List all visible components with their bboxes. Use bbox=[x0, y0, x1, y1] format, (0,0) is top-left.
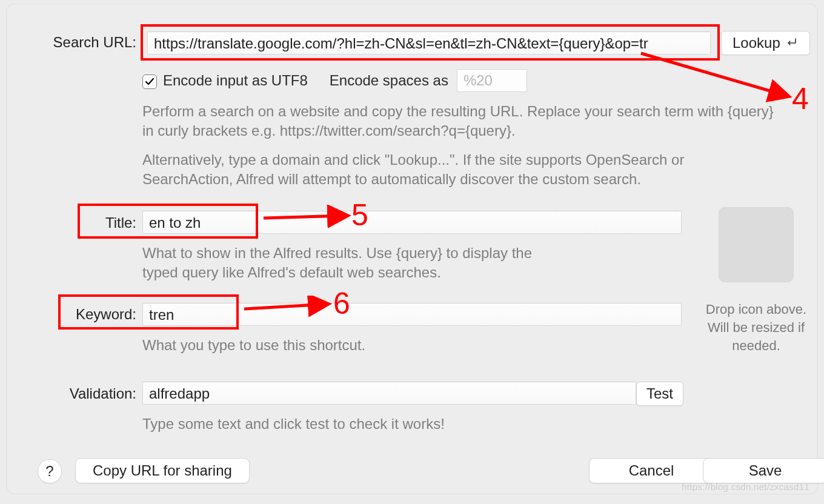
validation-input[interactable]: alfredapp bbox=[142, 382, 636, 405]
return-icon bbox=[784, 37, 799, 49]
watermark: https://blog.csdn.net/zxcasd11 bbox=[682, 482, 809, 492]
validation-label: Validation: bbox=[6, 385, 136, 402]
save-button[interactable]: Save bbox=[703, 458, 824, 483]
lookup-button-label: Lookup bbox=[733, 35, 780, 51]
copy-url-button[interactable]: Copy URL for sharing bbox=[75, 458, 250, 483]
search-url-help-1: Perform a search on a website and copy t… bbox=[142, 102, 779, 141]
annotation-arrow-4 bbox=[635, 47, 799, 108]
keyword-input[interactable]: tren bbox=[142, 303, 682, 326]
cancel-button[interactable]: Cancel bbox=[589, 458, 714, 483]
title-help: What to show in the Alfred results. Use … bbox=[142, 244, 566, 282]
search-url-help-2: Alternatively, type a domain and click "… bbox=[142, 150, 779, 189]
checkmark-icon bbox=[142, 75, 157, 89]
search-url-input[interactable]: https://translate.google.com/?hl=zh-CN&s… bbox=[147, 31, 711, 55]
encode-spaces-label: Encode spaces as bbox=[330, 72, 448, 89]
keyword-help: What you type to use this shortcut. bbox=[142, 336, 365, 355]
svg-line-0 bbox=[641, 53, 786, 96]
custom-search-dialog: Search URL: https://translate.google.com… bbox=[6, 4, 818, 494]
search-url-label: Search URL: bbox=[6, 34, 136, 51]
encode-spaces-input[interactable]: %20 bbox=[457, 69, 527, 92]
title-input[interactable]: en to zh bbox=[142, 211, 682, 234]
title-label: Title: bbox=[6, 214, 136, 231]
icon-drop-well[interactable] bbox=[719, 207, 794, 282]
test-button[interactable]: Test bbox=[636, 382, 683, 406]
lookup-button[interactable]: Lookup bbox=[721, 31, 810, 55]
annotation-number-4: 4 bbox=[792, 81, 809, 116]
icon-drop-caption: Drop icon above. Will be resized if need… bbox=[702, 300, 811, 355]
help-button[interactable]: ? bbox=[38, 459, 62, 483]
encode-utf8-label: Encode input as UTF8 bbox=[163, 72, 308, 89]
encode-utf8-checkbox[interactable]: Encode input as UTF8 bbox=[142, 72, 308, 89]
keyword-label: Keyword: bbox=[6, 306, 136, 323]
validation-help: Type some text and click test to check i… bbox=[142, 414, 445, 434]
